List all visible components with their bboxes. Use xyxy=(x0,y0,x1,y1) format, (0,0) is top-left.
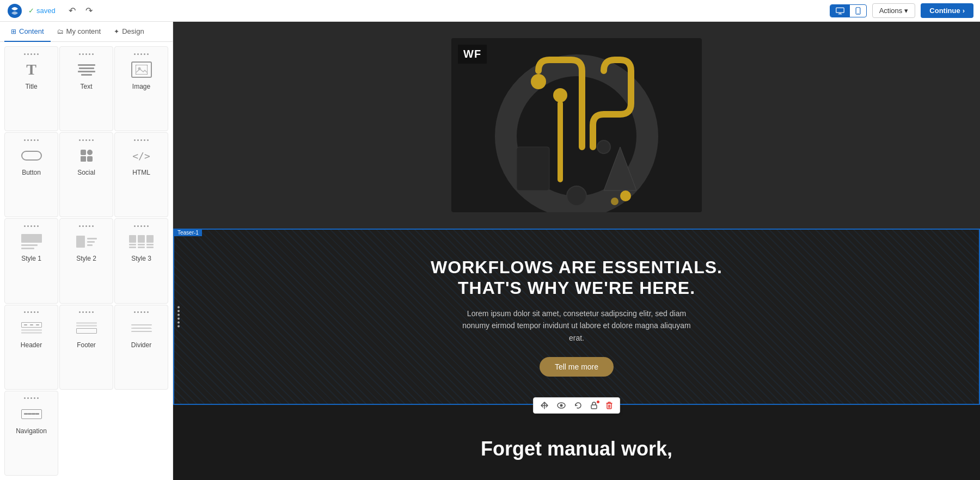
style1-label: Style 1 xyxy=(21,255,41,262)
navigation-item-dots xyxy=(24,396,39,401)
toolbar-eye-button[interactable] xyxy=(554,401,568,410)
content-item-style2[interactable]: Style 2 xyxy=(59,218,113,303)
teaser-body: Lorem ipsum dolor sit amet, consetetur s… xyxy=(462,307,691,344)
footer-item-dots xyxy=(79,310,94,315)
svg-point-10 xyxy=(531,74,546,89)
mobile-view-button[interactable] xyxy=(850,5,866,17)
content-grid: T Title Text xyxy=(0,42,173,480)
continue-arrow-icon: › xyxy=(963,7,965,15)
actions-label: Actions xyxy=(879,7,903,15)
button-icon xyxy=(21,146,42,165)
divider-item-dots xyxy=(134,310,149,315)
text-item-dots xyxy=(79,51,94,57)
hero-section: WF xyxy=(173,22,980,229)
footer-label: Footer xyxy=(77,341,96,349)
tab-my-content[interactable]: 🗂 My content xyxy=(51,22,108,42)
main-layout: ⊞ Content 🗂 My content ✦ Design T Title xyxy=(0,22,980,480)
content-item-title[interactable]: T Title xyxy=(4,46,58,131)
topbar: ✓ saved ↶ ↷ Actions ▾ Continue › xyxy=(0,0,980,22)
svg-point-0 xyxy=(8,4,22,18)
svg-rect-18 xyxy=(517,147,549,190)
bottom-section: Forget manual work, xyxy=(173,405,980,480)
content-item-button[interactable]: Button xyxy=(4,132,58,217)
content-item-style1[interactable]: Style 1 xyxy=(4,218,58,303)
content-item-social[interactable]: Social xyxy=(59,132,113,217)
button-item-dots xyxy=(24,137,39,143)
desktop-view-button[interactable] xyxy=(830,5,850,17)
content-item-footer[interactable]: Footer xyxy=(59,305,113,390)
teaser-section[interactable]: Teaser-1 WORKFLOWS ARE ESSENTIALS. THAT'… xyxy=(173,229,980,405)
divider-icon xyxy=(131,318,152,338)
navigation-icon xyxy=(21,404,42,424)
app-logo xyxy=(7,3,23,19)
view-toggle xyxy=(830,4,867,17)
saved-indicator: ✓ saved xyxy=(28,7,56,15)
my-content-tab-icon: 🗂 xyxy=(57,28,64,35)
title-label: Title xyxy=(25,83,37,90)
section-toolbar xyxy=(533,397,620,414)
style3-icon xyxy=(131,232,152,251)
navigation-label: Navigation xyxy=(16,427,47,435)
hero-3d-image: WF xyxy=(451,38,702,212)
hero-logo: WF xyxy=(458,45,487,64)
actions-chevron-icon: ▾ xyxy=(904,7,908,15)
style3-label: Style 3 xyxy=(131,255,151,262)
check-icon: ✓ xyxy=(28,7,34,15)
button-label: Button xyxy=(22,169,41,176)
content-item-html[interactable]: </> HTML xyxy=(114,132,168,217)
content-item-navigation[interactable]: Navigation xyxy=(4,391,58,476)
style2-label: Style 2 xyxy=(76,255,96,262)
actions-button[interactable]: Actions ▾ xyxy=(872,3,916,18)
image-icon xyxy=(131,60,152,79)
footer-icon xyxy=(76,318,97,338)
social-label: Social xyxy=(77,169,95,176)
design-tab-icon: ✦ xyxy=(114,28,119,35)
svg-point-16 xyxy=(620,190,631,201)
my-content-tab-label: My content xyxy=(66,27,101,35)
design-tab-label: Design xyxy=(122,27,144,35)
canvas-area[interactable]: WF xyxy=(173,22,980,480)
redo-button[interactable]: ↷ xyxy=(82,3,96,18)
svg-point-11 xyxy=(597,140,610,153)
html-item-dots xyxy=(134,137,149,143)
svg-point-17 xyxy=(611,198,618,205)
image-label: Image xyxy=(132,83,150,90)
undo-button[interactable]: ↶ xyxy=(65,3,79,18)
tab-content[interactable]: ⊞ Content xyxy=(4,22,51,42)
topbar-right: Actions ▾ Continue › xyxy=(830,3,973,18)
teaser-title-line1: WORKFLOWS ARE ESSENTIALS. xyxy=(185,257,968,278)
saved-text: saved xyxy=(36,7,56,15)
svg-point-5 xyxy=(857,13,859,14)
html-label: HTML xyxy=(132,169,150,176)
style1-item-dots xyxy=(24,223,39,229)
toolbar-delete-button[interactable] xyxy=(603,400,615,411)
content-tab-label: Content xyxy=(19,27,44,35)
toolbar-lock-button[interactable] xyxy=(588,400,600,411)
tab-design[interactable]: ✦ Design xyxy=(107,22,150,42)
content-item-style3[interactable]: Style 3 xyxy=(114,218,168,303)
drag-handle[interactable] xyxy=(174,301,183,331)
continue-button[interactable]: Continue › xyxy=(921,3,973,18)
svg-rect-6 xyxy=(136,65,148,75)
svg-point-12 xyxy=(567,186,586,206)
content-item-image[interactable]: Image xyxy=(114,46,168,131)
teaser-button-label: Tell me more xyxy=(555,362,598,371)
toolbar-move-button[interactable] xyxy=(538,400,551,411)
svg-rect-1 xyxy=(836,8,843,13)
teaser-button[interactable]: Tell me more xyxy=(540,357,614,377)
canvas-inner: WF xyxy=(173,22,980,480)
style2-icon xyxy=(76,232,97,251)
content-item-text[interactable]: Text xyxy=(59,46,113,131)
content-tab-icon: ⊞ xyxy=(11,28,16,35)
style3-item-dots xyxy=(134,223,149,229)
header-item-dots xyxy=(24,310,39,315)
teaser-title-line2: THAT'S WHY WE'RE HERE. xyxy=(185,278,968,298)
social-item-dots xyxy=(79,137,94,143)
content-item-header[interactable]: Header xyxy=(4,305,58,390)
svg-point-20 xyxy=(560,404,563,407)
toolbar-refresh-button[interactable] xyxy=(572,400,585,411)
panel-tabs: ⊞ Content 🗂 My content ✦ Design xyxy=(0,22,173,42)
html-icon: </> xyxy=(131,146,152,165)
content-item-divider[interactable]: Divider xyxy=(114,305,168,390)
svg-point-14 xyxy=(553,88,567,102)
